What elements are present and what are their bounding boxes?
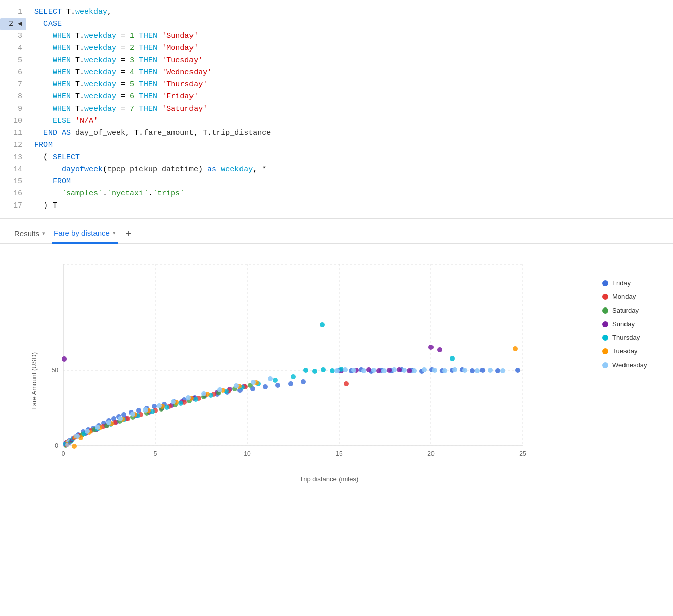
- svg-point-87: [366, 367, 371, 372]
- legend-item-saturday: Saturday: [602, 306, 653, 314]
- results-tabs: Results ▾ Fare by distance ▾ +: [0, 219, 673, 244]
- code-line-17: ) T: [34, 200, 673, 212]
- code-line-5: WHEN T.weekday = 3 THEN 'Tuesday': [34, 55, 673, 67]
- chart-svg: 0 50 0 5 10 15 20 25: [38, 259, 533, 471]
- svg-point-46: [288, 381, 293, 386]
- svg-text:20: 20: [427, 450, 435, 457]
- svg-point-193: [500, 368, 505, 373]
- svg-point-183: [392, 367, 397, 372]
- svg-point-189: [452, 367, 457, 372]
- legend-label-thursday: Thursday: [612, 334, 640, 341]
- line-num-6: 6: [0, 67, 22, 79]
- code-line-11: END AS day_of_week, T.fare_amount, T.tri…: [34, 127, 673, 139]
- svg-point-188: [442, 368, 447, 373]
- tab-results-label: Results: [14, 229, 39, 238]
- tab-add-button[interactable]: +: [122, 226, 136, 242]
- line-num-3: 3: [0, 30, 22, 42]
- svg-point-171: [186, 395, 191, 400]
- legend-dot-wednesday: [602, 362, 608, 368]
- svg-point-178: [343, 367, 348, 372]
- svg-point-44: [263, 384, 268, 389]
- line-num-8: 8: [0, 91, 22, 103]
- svg-point-166: [118, 416, 123, 421]
- svg-point-187: [432, 368, 437, 373]
- legend-item-wednesday: Wednesday: [602, 361, 653, 369]
- svg-point-89: [387, 368, 392, 373]
- svg-point-135: [273, 378, 278, 383]
- svg-point-181: [371, 368, 376, 373]
- code-line-6: WHEN T.weekday = 4 THEN 'Wednesday': [34, 67, 673, 79]
- fare-chevron-icon: ▾: [113, 230, 116, 236]
- legend-dot-monday: [602, 294, 608, 300]
- line-num-16: 16: [0, 188, 22, 200]
- legend-item-tuesday: Tuesday: [602, 347, 653, 355]
- code-line-9: WHEN T.weekday = 7 THEN 'Saturday': [34, 103, 673, 115]
- svg-point-177: [334, 368, 340, 373]
- legend-item-sunday: Sunday: [602, 320, 653, 328]
- svg-point-190: [462, 368, 467, 373]
- legend-item-monday: Monday: [602, 293, 653, 300]
- legend-label-monday: Monday: [612, 293, 636, 300]
- svg-text:0: 0: [55, 442, 58, 449]
- svg-text:0: 0: [62, 450, 65, 457]
- code-line-4: WHEN T.weekday = 2 THEN 'Monday': [34, 42, 673, 55]
- svg-text:25: 25: [519, 450, 526, 457]
- svg-point-184: [402, 368, 407, 373]
- tab-results[interactable]: Results ▾: [12, 225, 47, 244]
- line-num-2: 2 ◀: [0, 18, 26, 30]
- svg-point-145: [72, 444, 77, 449]
- chart-inner: 0 50 0 5 10 15 20 25: [38, 259, 592, 483]
- svg-point-128: [164, 405, 169, 410]
- y-axis-label: Fare Amount (USD): [30, 352, 38, 409]
- svg-point-141: [330, 368, 335, 373]
- svg-point-47: [301, 379, 306, 384]
- legend-label-friday: Friday: [612, 279, 631, 287]
- svg-point-106: [344, 381, 349, 386]
- code-editor[interactable]: SELECT T.weekday, CASE WHEN T.weekday = …: [30, 6, 673, 212]
- svg-point-172: [201, 391, 206, 396]
- line-num-5: 5: [0, 55, 22, 67]
- svg-point-182: [381, 368, 387, 373]
- code-line-3: WHEN T.weekday = 1 THEN 'Sunday': [34, 30, 673, 42]
- legend-dot-thursday: [602, 335, 608, 341]
- line-num-10: 10: [0, 115, 22, 127]
- svg-point-130: [193, 397, 198, 402]
- line-num-7: 7: [0, 79, 22, 91]
- x-axis-label: Trip distance (miles): [66, 475, 592, 483]
- tab-fare-label: Fare by distance: [54, 229, 110, 237]
- legend-label-sunday: Sunday: [612, 320, 635, 328]
- svg-point-90: [397, 367, 402, 372]
- svg-point-191: [475, 368, 480, 373]
- svg-point-136: [291, 374, 296, 379]
- svg-point-164: [95, 425, 100, 430]
- legend-dot-tuesday: [602, 348, 608, 354]
- svg-text:10: 10: [244, 450, 251, 457]
- line-num-17: 17: [0, 200, 22, 212]
- svg-point-61: [470, 368, 475, 373]
- code-line-8: WHEN T.weekday = 6 THEN 'Friday': [34, 91, 673, 103]
- legend-label-saturday: Saturday: [612, 306, 639, 314]
- tab-fare-by-distance[interactable]: Fare by distance ▾: [52, 225, 118, 244]
- svg-point-64: [515, 368, 520, 373]
- results-section: Results ▾ Fare by distance ▾ + Fare Amou…: [0, 219, 673, 513]
- legend-dot-saturday: [602, 307, 608, 314]
- svg-point-143: [450, 356, 455, 361]
- line-num-1: 1: [0, 6, 22, 18]
- svg-point-140: [321, 367, 326, 372]
- line-num-12: 12: [0, 139, 22, 151]
- line-num-14: 14: [0, 164, 22, 176]
- svg-text:5: 5: [154, 450, 157, 457]
- svg-point-137: [320, 322, 325, 327]
- svg-point-168: [143, 407, 148, 413]
- line-numbers: 1 2 ◀ 3 4 5 6 7 8 9 10 11 12 13 14 15 16…: [0, 6, 30, 212]
- svg-point-163: [85, 429, 90, 434]
- svg-point-83: [428, 345, 434, 350]
- code-line-10: ELSE 'N/A': [34, 115, 673, 127]
- svg-point-192: [488, 368, 493, 373]
- code-line-14: dayofweek(tpep_pickup_datetime) as weekd…: [34, 164, 673, 176]
- legend-item-thursday: Thursday: [602, 334, 653, 341]
- svg-point-173: [217, 387, 222, 392]
- results-chevron-icon: ▾: [42, 230, 45, 237]
- svg-point-62: [480, 368, 485, 373]
- legend-label-wednesday: Wednesday: [612, 361, 647, 369]
